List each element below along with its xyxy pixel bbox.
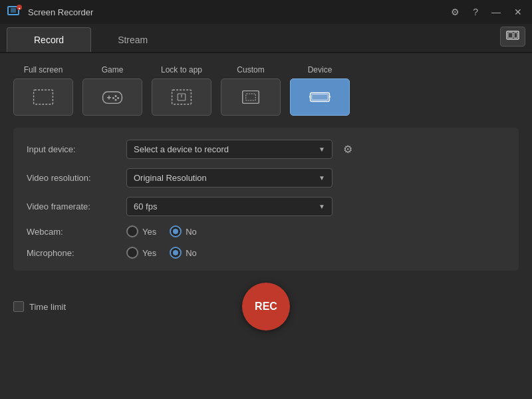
microphone-no-indicator bbox=[173, 250, 178, 255]
svg-rect-6 bbox=[514, 33, 517, 38]
svg-rect-7 bbox=[34, 90, 53, 104]
app-title: Screen Recorder bbox=[28, 7, 442, 17]
tab-record[interactable]: Record bbox=[7, 27, 91, 52]
svg-text:●: ● bbox=[18, 6, 20, 10]
video-framerate-arrow: ▼ bbox=[319, 203, 325, 210]
video-framerate-value: 60 fps bbox=[134, 201, 157, 211]
video-framerate-label: Video framerate: bbox=[27, 201, 120, 211]
game-icon bbox=[100, 85, 124, 109]
mode-locktoapp[interactable]: Lock to app bbox=[152, 65, 211, 116]
locktoapp-icon bbox=[170, 85, 194, 109]
minimize-button[interactable]: — bbox=[488, 5, 504, 19]
webcam-row: Webcam: Yes No bbox=[27, 225, 505, 237]
mode-locktoapp-label: Lock to app bbox=[161, 65, 202, 74]
tab-bar: Record Stream bbox=[0, 24, 532, 53]
svg-point-14 bbox=[115, 99, 117, 101]
webcam-no-radio[interactable] bbox=[170, 225, 182, 237]
svg-rect-5 bbox=[508, 33, 513, 38]
settings-button[interactable]: ⚙ bbox=[448, 5, 463, 19]
mode-device[interactable]: Device bbox=[290, 65, 350, 116]
mode-fullscreen-label: Full screen bbox=[24, 65, 63, 74]
microphone-label: Microphone: bbox=[27, 248, 120, 258]
webcam-yes-option[interactable]: Yes bbox=[126, 225, 156, 237]
title-bar: ● Screen Recorder ⚙ ? — ✕ bbox=[0, 0, 532, 24]
input-device-arrow: ▼ bbox=[319, 146, 325, 153]
webcam-yes-label: Yes bbox=[142, 227, 156, 237]
video-framerate-row: Video framerate: 60 fps ▼ bbox=[27, 197, 505, 216]
video-resolution-dropdown[interactable]: Original Resolution ▼ bbox=[126, 168, 332, 188]
microphone-yes-radio[interactable] bbox=[126, 247, 138, 259]
webcam-yes-radio[interactable] bbox=[126, 225, 138, 237]
video-resolution-arrow: ▼ bbox=[319, 174, 325, 182]
device-icon bbox=[308, 85, 332, 109]
mode-fullscreen[interactable]: Full screen bbox=[13, 65, 73, 116]
microphone-no-label: No bbox=[186, 248, 197, 258]
mode-custom-btn[interactable] bbox=[221, 78, 281, 116]
svg-rect-8 bbox=[103, 92, 122, 103]
settings-panel: Input device: Select a device to record … bbox=[13, 128, 519, 271]
webcam-no-indicator bbox=[173, 229, 178, 234]
time-limit-checkbox[interactable] bbox=[13, 301, 24, 312]
svg-rect-1 bbox=[11, 8, 16, 13]
svg-point-11 bbox=[115, 95, 117, 97]
tab-stream[interactable]: Stream bbox=[91, 28, 174, 52]
screenshot-icon bbox=[506, 30, 519, 41]
video-resolution-label: Video resolution: bbox=[27, 173, 120, 183]
input-device-settings-button[interactable]: ⚙ bbox=[343, 143, 352, 156]
svg-point-12 bbox=[117, 97, 119, 99]
help-button[interactable]: ? bbox=[469, 5, 481, 19]
webcam-no-label: No bbox=[186, 227, 197, 237]
mode-locktoapp-btn[interactable] bbox=[152, 78, 211, 116]
mode-custom[interactable]: Custom bbox=[221, 65, 281, 116]
svg-rect-20 bbox=[246, 94, 255, 100]
webcam-radio-group: Yes No bbox=[126, 225, 197, 237]
microphone-no-radio[interactable] bbox=[170, 247, 182, 259]
microphone-yes-option[interactable]: Yes bbox=[126, 247, 156, 259]
microphone-no-option[interactable]: No bbox=[170, 247, 197, 259]
input-device-value: Select a device to record bbox=[134, 144, 229, 154]
mode-device-btn[interactable] bbox=[290, 78, 350, 116]
bottom-bar: Time limit REC bbox=[0, 295, 532, 319]
input-device-dropdown[interactable]: Select a device to record ▼ bbox=[126, 140, 332, 159]
mode-device-label: Device bbox=[308, 65, 332, 74]
mode-custom-label: Custom bbox=[237, 65, 264, 74]
time-limit-label: Time limit bbox=[29, 302, 66, 312]
video-resolution-value: Original Resolution bbox=[134, 173, 207, 183]
video-resolution-row: Video resolution: Original Resolution ▼ bbox=[27, 168, 505, 188]
video-framerate-dropdown[interactable]: 60 fps ▼ bbox=[126, 197, 332, 216]
svg-point-13 bbox=[112, 97, 114, 99]
window-controls: ⚙ ? — ✕ bbox=[448, 5, 525, 19]
svg-rect-22 bbox=[312, 94, 328, 100]
time-limit-group: Time limit bbox=[13, 301, 66, 312]
rec-button[interactable]: REC bbox=[242, 283, 290, 331]
input-device-row: Input device: Select a device to record … bbox=[27, 140, 505, 159]
main-content: Full screen Game bbox=[0, 53, 532, 295]
close-button[interactable]: ✕ bbox=[511, 5, 525, 19]
webcam-label: Webcam: bbox=[27, 227, 120, 237]
microphone-row: Microphone: Yes No bbox=[27, 247, 505, 259]
app-icon: ● bbox=[7, 4, 23, 20]
screenshot-button[interactable] bbox=[500, 27, 525, 47]
mode-game-btn[interactable] bbox=[82, 78, 142, 116]
fullscreen-icon bbox=[31, 85, 55, 109]
mode-game-label: Game bbox=[102, 65, 124, 74]
input-device-label: Input device: bbox=[27, 144, 120, 154]
custom-icon bbox=[239, 85, 263, 109]
microphone-yes-label: Yes bbox=[142, 248, 156, 258]
microphone-radio-group: Yes No bbox=[126, 247, 197, 259]
svg-rect-19 bbox=[243, 91, 259, 104]
mode-game[interactable]: Game bbox=[82, 65, 142, 116]
webcam-no-option[interactable]: No bbox=[170, 225, 197, 237]
mode-row: Full screen Game bbox=[13, 65, 519, 116]
mode-fullscreen-btn[interactable] bbox=[13, 78, 73, 116]
